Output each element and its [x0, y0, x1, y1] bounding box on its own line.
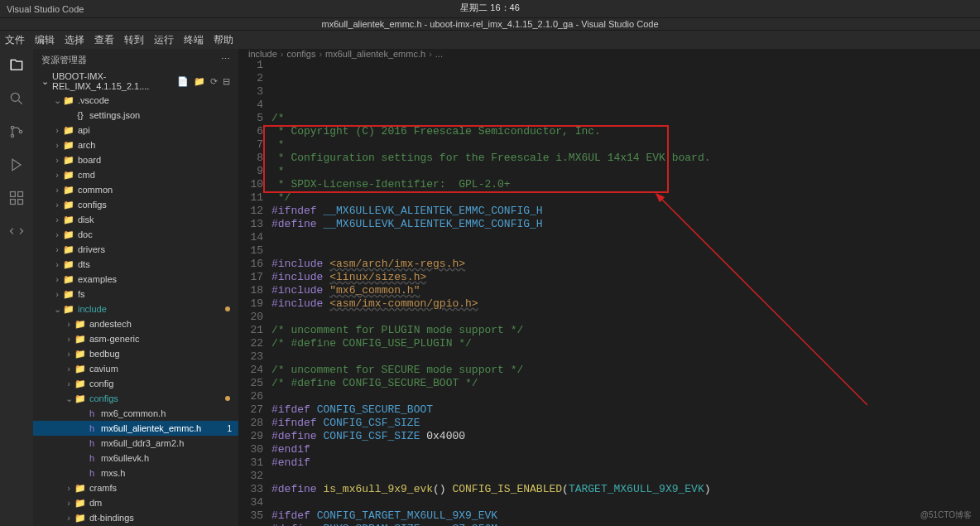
collapse-icon[interactable]: ⊟ — [223, 76, 230, 87]
folder-examples[interactable]: ›📁examples — [33, 272, 238, 287]
code-line[interactable] — [271, 350, 980, 364]
menu-选择[interactable]: 选择 — [65, 33, 84, 47]
code-line[interactable]: #ifndef __MX6ULLEVK_ALIENTEK_EMMC_CONFIG… — [271, 205, 980, 218]
breadcrumb-item[interactable]: ... — [435, 49, 443, 59]
menu-帮助[interactable]: 帮助 — [214, 33, 233, 47]
menu-文件[interactable]: 文件 — [5, 33, 25, 47]
line-number: 14 — [238, 231, 263, 244]
folder-disk[interactable]: ›📁disk — [33, 212, 238, 227]
code-line[interactable] — [271, 231, 980, 244]
menu-运行[interactable]: 运行 — [154, 33, 174, 47]
folder-fs[interactable]: ›📁fs — [33, 287, 238, 302]
folder-cmd[interactable]: ›📁cmd — [33, 167, 238, 182]
new-file-icon[interactable]: 📄 — [177, 76, 189, 87]
file-mx6ull_alientek_emmc.h[interactable]: hmx6ull_alientek_emmc.h1 — [33, 421, 238, 436]
code-line[interactable]: /* #define CONFIG_SECURE_BOOT */ — [271, 377, 980, 390]
code-line[interactable]: #define is_mx6ull_9x9_evk() CONFIG_IS_EN… — [271, 483, 980, 496]
code-line[interactable]: #include <asm/imx-common/gpio.h> — [271, 297, 980, 311]
file-mx6_common.h[interactable]: hmx6_common.h — [33, 406, 238, 421]
project-root[interactable]: ⌄ UBOOT-IMX-REL_IMX_4.1.15_2.1.... 📄 📁 ⟳… — [33, 70, 238, 93]
code-line[interactable]: /* #define CONFIG_USE_PLUGIN */ — [271, 337, 980, 350]
folder-include[interactable]: ⌄📁include — [33, 302, 238, 316]
file-settings.json[interactable]: {}settings.json — [33, 108, 238, 123]
folder-configs[interactable]: ›📁configs — [33, 197, 238, 212]
folder-cavium[interactable]: ›📁cavium — [33, 361, 238, 376]
folder-dm[interactable]: ›📁dm — [33, 495, 238, 510]
code-line[interactable]: #define PHYS_SDRAM_SIZE SZ_256M — [271, 523, 980, 526]
code-line[interactable]: /* uncomment for SECURE mode support */ — [271, 364, 980, 377]
folder-.vscode[interactable]: ⌄📁.vscode — [33, 93, 238, 108]
folder-arch[interactable]: ›📁arch — [33, 138, 238, 152]
code-line[interactable]: * — [271, 138, 980, 152]
code-line[interactable]: * Copyright (C) 2016 Freescale Semicondu… — [271, 125, 980, 138]
code-line[interactable]: #endif — [271, 443, 980, 456]
line-number: 17 — [238, 271, 263, 284]
code-line[interactable]: #ifndef CONFIG_CSF_SIZE — [271, 417, 980, 430]
folder-icon: 📁 — [74, 483, 86, 494]
code-line[interactable] — [271, 470, 980, 483]
code-line[interactable] — [271, 390, 980, 403]
code-line[interactable]: #include "mx6_common.h" — [271, 284, 980, 297]
folder-drivers[interactable]: ›📁drivers — [33, 242, 238, 257]
code-line[interactable] — [271, 496, 980, 509]
code-line[interactable]: */ — [271, 191, 980, 205]
menu-终端[interactable]: 终端 — [184, 33, 204, 47]
code-line[interactable]: #endif — [271, 456, 980, 470]
breadcrumb-item[interactable]: configs — [287, 49, 316, 59]
extensions-icon[interactable] — [7, 188, 26, 208]
code-line[interactable]: * SPDX-License-Identifier: GPL-2.0+ — [271, 178, 980, 191]
file-mx6ull_ddr3_arm2.h[interactable]: hmx6ull_ddr3_arm2.h — [33, 436, 238, 451]
folder-bedbug[interactable]: ›📁bedbug — [33, 346, 238, 361]
breadcrumb[interactable]: include›configs›mx6ull_alientek_emmc.h›.… — [238, 49, 980, 59]
menu-查看[interactable]: 查看 — [94, 33, 114, 47]
breadcrumb-sep: › — [429, 49, 432, 59]
code-line[interactable]: #include <linux/sizes.h> — [271, 271, 980, 284]
menubar[interactable]: 文件编辑选择查看转到运行终端帮助 — [0, 31, 980, 49]
folder-common[interactable]: ›📁common — [33, 182, 238, 197]
folder-cramfs[interactable]: ›📁cramfs — [33, 480, 238, 495]
file-mxs.h[interactable]: hmxs.h — [33, 466, 238, 480]
source-control-icon[interactable] — [7, 122, 26, 142]
folder-dts[interactable]: ›📁dts — [33, 257, 238, 272]
code-line[interactable]: #ifdef CONFIG_SECURE_BOOT — [271, 403, 980, 417]
folder-andestech[interactable]: ›📁andestech — [33, 316, 238, 331]
code-line[interactable]: * — [271, 165, 980, 178]
file-mx6ullevk.h[interactable]: hmx6ullevk.h — [33, 451, 238, 466]
code-line[interactable]: #define __MX6ULLEVK_ALIENTEK_EMMC_CONFIG… — [271, 218, 980, 231]
search-icon[interactable] — [7, 89, 26, 109]
modified-badge: 1 — [227, 424, 232, 433]
breadcrumb-item[interactable]: mx6ull_alientek_emmc.h — [325, 49, 425, 59]
menu-编辑[interactable]: 编辑 — [35, 33, 55, 47]
run-debug-icon[interactable] — [7, 155, 26, 175]
code-lines[interactable]: /* * Copyright (C) 2016 Freescale Semico… — [271, 59, 980, 526]
project-name: UBOOT-IMX-REL_IMX_4.1.15_2.1.... — [52, 71, 174, 91]
ide-name: Visual Studio Code — [7, 4, 84, 14]
menu-转到[interactable]: 转到 — [124, 33, 144, 47]
remote-icon[interactable] — [7, 221, 26, 241]
folder-doc[interactable]: ›📁doc — [33, 227, 238, 242]
folder-dt-bindings[interactable]: ›📁dt-bindings — [33, 510, 238, 525]
explorer-icon[interactable] — [7, 55, 26, 75]
tree-label: cmd — [78, 170, 95, 180]
code-line[interactable]: /* — [271, 112, 980, 125]
tree-label: .vscode — [78, 95, 109, 105]
code-line[interactable]: #ifdef CONFIG_TARGET_MX6ULL_9X9_EVK — [271, 509, 980, 523]
more-icon[interactable]: ⋯ — [221, 54, 230, 66]
code-line[interactable]: #define CONFIG_CSF_SIZE 0x4000 — [271, 430, 980, 443]
code-line[interactable]: /* uncomment for PLUGIN mode support */ — [271, 324, 980, 337]
refresh-icon[interactable]: ⟳ — [210, 76, 218, 87]
folder-api[interactable]: ›📁api — [33, 123, 238, 138]
line-number: 28 — [238, 417, 263, 430]
code-line[interactable]: #include <asm/arch/imx-regs.h> — [271, 258, 980, 271]
code-line[interactable] — [271, 244, 980, 258]
folder-configs[interactable]: ⌄📁configs — [33, 391, 238, 406]
folder-config[interactable]: ›📁config — [33, 376, 238, 391]
code-line[interactable]: * Configuration settings for the Freesca… — [271, 152, 980, 165]
tree-label: api — [78, 125, 90, 135]
new-folder-icon[interactable]: 📁 — [194, 76, 205, 87]
breadcrumb-item[interactable]: include — [248, 49, 277, 59]
folder-asm-generic[interactable]: ›📁asm-generic — [33, 331, 238, 346]
code-line[interactable] — [271, 311, 980, 324]
code-editor[interactable]: 1234567891011121314151617181920212223242… — [238, 59, 980, 526]
folder-board[interactable]: ›📁board — [33, 152, 238, 167]
